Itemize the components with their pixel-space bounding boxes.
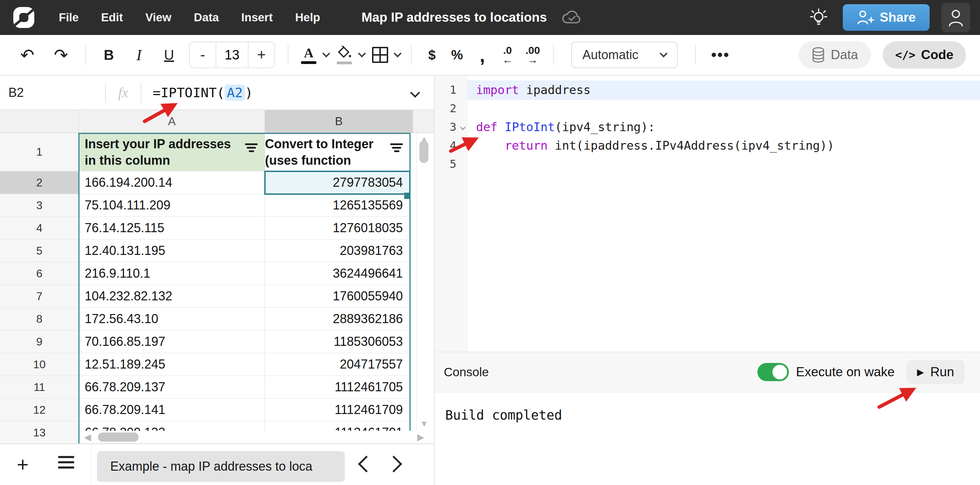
menu-data[interactable]: Data <box>186 6 227 29</box>
redo-button[interactable]: ↷ <box>44 41 78 68</box>
previous-sheet-chevron-icon[interactable] <box>358 456 375 472</box>
sheet-menu-icon[interactable] <box>58 456 74 469</box>
bold-button[interactable]: B <box>94 41 124 68</box>
data-button[interactable]: Data <box>799 41 871 68</box>
currency-format-button[interactable]: $ <box>419 41 444 68</box>
cell-b2[interactable]: 2797783054 <box>265 171 410 194</box>
cell-b11[interactable]: 1112461705 <box>265 376 410 399</box>
cell-b7[interactable]: 1760055940 <box>265 285 410 308</box>
borders-dropdown-chevron-icon[interactable] <box>394 50 402 58</box>
fold-chevron-icon[interactable] <box>460 125 466 130</box>
cell-a8[interactable]: 172.56.43.10 <box>79 308 265 330</box>
cell-b6[interactable]: 3624496641 <box>265 262 410 285</box>
underline-button[interactable]: U <box>154 41 184 68</box>
cell-b1[interactable]: Convert to Integer(uses function <box>265 133 410 171</box>
comma-format-button[interactable]: , <box>470 41 495 68</box>
formula-input[interactable]: =IPTOINT(A2) <box>153 85 253 101</box>
cell-b8[interactable]: 2889362186 <box>265 308 410 330</box>
run-button[interactable]: ▶ Run <box>907 360 965 384</box>
code-editor[interactable]: import ipaddressdef IPtoInt(ipv4_string)… <box>467 81 980 173</box>
row-header-8[interactable]: 8 <box>0 308 79 330</box>
row-header-7[interactable]: 7 <box>0 285 79 308</box>
undo-button[interactable]: ↶ <box>11 41 44 68</box>
cell-b9[interactable]: 1185306053 <box>265 330 410 353</box>
cell-a4[interactable]: 76.14.125.115 <box>79 217 265 239</box>
cell-b10[interactable]: 204717557 <box>265 353 410 376</box>
cell-a7[interactable]: 104.232.82.132 <box>79 285 265 308</box>
cell-a6[interactable]: 216.9.110.1 <box>79 262 265 285</box>
spreadsheet-grid[interactable]: A B 1Insert your IP addressesin this col… <box>0 110 434 444</box>
cell-a5[interactable]: 12.40.131.195 <box>79 239 265 262</box>
code-button[interactable]: </> Code <box>883 41 966 68</box>
increase-decimals-button[interactable]: .00→ <box>520 41 545 68</box>
row-header-3[interactable]: 3 <box>0 194 79 217</box>
filter-icon[interactable] <box>245 143 258 152</box>
execute-on-wake-toggle[interactable] <box>757 363 789 381</box>
row-header-4[interactable]: 4 <box>0 217 79 239</box>
menu-view[interactable]: View <box>138 6 179 29</box>
font-size-increase-button[interactable]: + <box>248 42 274 68</box>
column-header-b[interactable]: B <box>265 110 413 133</box>
cell-a1[interactable]: Insert your IP addressesin this column <box>79 133 265 171</box>
text-color-dropdown-chevron-icon[interactable] <box>322 50 330 58</box>
row-header-12[interactable]: 12 <box>0 399 79 422</box>
row-header-13[interactable]: 13 <box>0 422 79 444</box>
code-line-2[interactable] <box>467 99 980 118</box>
user-avatar-button[interactable] <box>942 3 970 32</box>
scroll-left-arrow-icon[interactable]: ◀ <box>84 432 91 443</box>
formula-bar-expand-chevron-icon[interactable] <box>410 87 420 97</box>
italic-button[interactable]: I <box>124 41 154 68</box>
more-options-button[interactable]: ••• <box>703 46 737 63</box>
cell-a11[interactable]: 66.78.209.137 <box>79 376 265 399</box>
menu-edit[interactable]: Edit <box>94 6 130 29</box>
row-header-10[interactable]: 10 <box>0 353 79 376</box>
cell-reference-box[interactable]: B2 <box>8 85 105 100</box>
column-header-a[interactable]: A <box>79 110 265 133</box>
decrease-decimals-button[interactable]: .0← <box>495 41 520 68</box>
row-header-6[interactable]: 6 <box>0 262 79 285</box>
row-header-11[interactable]: 11 <box>0 376 79 399</box>
share-button[interactable]: Share <box>843 4 930 31</box>
cell-a3[interactable]: 75.104.111.209 <box>79 194 265 217</box>
row-header-9[interactable]: 9 <box>0 330 79 353</box>
cell-a10[interactable]: 12.51.189.245 <box>79 353 265 376</box>
font-size-value[interactable]: 13 <box>216 42 248 68</box>
horizontal-scrollbar-thumb[interactable] <box>98 433 138 442</box>
select-all-corner[interactable] <box>0 110 79 133</box>
borders-button[interactable] <box>368 41 393 68</box>
fill-color-dropdown-chevron-icon[interactable] <box>358 50 366 58</box>
cell-b3[interactable]: 1265135569 <box>265 194 410 217</box>
code-line-1[interactable]: import ipaddress <box>467 81 980 99</box>
vertical-scrollbar-thumb[interactable] <box>419 141 428 163</box>
sheet-tab[interactable]: Example - map IP addresses to loca <box>97 451 345 482</box>
scroll-right-arrow-icon[interactable]: ▶ <box>417 432 424 443</box>
font-size-decrease-button[interactable]: - <box>190 42 216 68</box>
next-sheet-chevron-icon[interactable] <box>385 456 402 472</box>
formula-bar: B2 fx =IPTOINT(A2) <box>0 76 434 110</box>
code-line-5[interactable] <box>467 155 980 173</box>
add-sheet-button[interactable]: + <box>11 452 35 476</box>
cell-a2[interactable]: 166.194.200.14 <box>79 171 265 194</box>
row-header-1[interactable]: 1 <box>0 133 79 171</box>
cell-b4[interactable]: 1276018035 <box>265 217 410 239</box>
feedback-lightbulb-icon[interactable] <box>807 5 831 30</box>
code-line-4[interactable]: return int(ipaddress.IPv4Address(ipv4_st… <box>467 136 980 155</box>
number-format-select[interactable]: Automatic <box>571 41 678 68</box>
column-header-filler <box>413 110 434 133</box>
filter-icon[interactable] <box>390 143 403 152</box>
menu-help[interactable]: Help <box>287 6 328 29</box>
row-header-2[interactable]: 2 <box>0 171 79 194</box>
text-color-button[interactable]: A <box>296 41 321 68</box>
quadratic-logo-icon[interactable] <box>13 7 34 28</box>
percent-format-button[interactable]: % <box>444 41 470 68</box>
code-line-3[interactable]: def IPtoInt(ipv4_string): <box>467 118 980 136</box>
cell-a12[interactable]: 66.78.209.141 <box>79 399 265 422</box>
menu-file[interactable]: File <box>51 6 86 29</box>
scroll-down-arrow-icon[interactable]: ▼ <box>417 419 431 429</box>
cell-a9[interactable]: 70.166.85.197 <box>79 330 265 353</box>
row-header-5[interactable]: 5 <box>0 239 79 262</box>
cell-b12[interactable]: 1112461709 <box>265 399 410 422</box>
cell-b5[interactable]: 203981763 <box>265 239 410 262</box>
fill-color-button[interactable] <box>332 41 357 68</box>
menu-insert[interactable]: Insert <box>234 6 280 29</box>
